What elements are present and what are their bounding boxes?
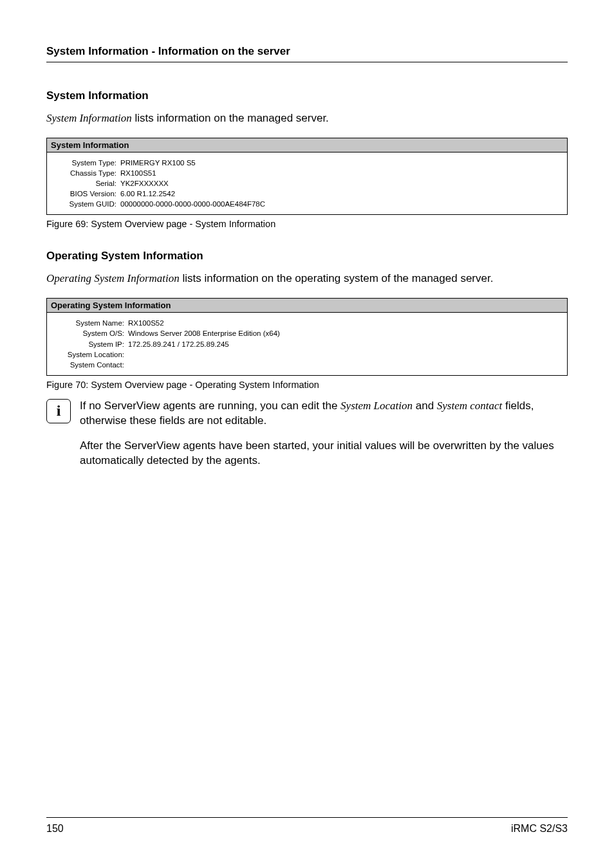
page-footer: 150 iRMC S2/S3 bbox=[46, 817, 568, 835]
section2-heading: Operating System Information bbox=[46, 250, 568, 263]
row-label: System GUID: bbox=[53, 199, 116, 209]
panel-row: System IP:172.25.89.241 / 172.25.89.245 bbox=[53, 339, 561, 349]
section1-heading: System Information bbox=[46, 89, 568, 102]
panel-row: System Contact: bbox=[53, 360, 561, 370]
row-label: System IP: bbox=[53, 339, 124, 349]
info-paragraph-2: After the ServerView agents have been st… bbox=[80, 439, 568, 468]
row-value: RX100S51 bbox=[120, 168, 156, 178]
row-value: RX100S52 bbox=[128, 318, 164, 328]
info-paragraph-1: If no ServerView agents are running, you… bbox=[80, 399, 568, 429]
panel-row: System Name:RX100S52 bbox=[53, 318, 561, 328]
panel-row: Chassis Type:RX100S51 bbox=[53, 168, 561, 178]
section2-intro-rest: lists information on the operating syste… bbox=[180, 272, 494, 284]
info-p1-it1: System Location bbox=[340, 400, 413, 412]
row-value: 172.25.89.241 / 172.25.89.245 bbox=[128, 339, 229, 349]
figure69-caption: Figure 69: System Overview page - System… bbox=[46, 219, 568, 229]
section2-intro: Operating System Information lists infor… bbox=[46, 272, 568, 286]
panel-row: System O/S:Windows Server 2008 Enterpris… bbox=[53, 328, 561, 338]
panel-row: System Type:PRIMERGY RX100 S5 bbox=[53, 158, 561, 168]
row-label: System Type: bbox=[53, 158, 116, 168]
info-note: i If no ServerView agents are running, y… bbox=[46, 399, 568, 479]
page-number: 150 bbox=[46, 823, 64, 835]
system-info-panel-title: System Information bbox=[47, 138, 567, 152]
row-value: Windows Server 2008 Enterprise Edition (… bbox=[128, 328, 280, 338]
panel-row: System GUID:00000000-0000-0000-0000-000A… bbox=[53, 199, 561, 209]
row-label: System Contact: bbox=[53, 360, 124, 370]
row-value: YK2FXXXXXX bbox=[120, 178, 169, 189]
os-info-panel-body: System Name:RX100S52 System O/S:Windows … bbox=[47, 313, 567, 374]
info-text: If no ServerView agents are running, you… bbox=[80, 399, 568, 479]
info-p1-a: If no ServerView agents are running, you… bbox=[80, 400, 340, 412]
row-value: 00000000-0000-0000-0000-000AE484F78C bbox=[120, 199, 265, 209]
row-label: System O/S: bbox=[53, 328, 124, 338]
section1-intro-rest: lists information on the managed server. bbox=[132, 112, 329, 124]
row-label: Serial: bbox=[53, 178, 116, 189]
info-p1-b: and bbox=[413, 400, 437, 412]
os-info-panel: Operating System Information System Name… bbox=[46, 298, 568, 375]
section1-intro: System Information lists information on … bbox=[46, 111, 568, 126]
section1-intro-italic: System Information bbox=[46, 112, 132, 124]
row-label: Chassis Type: bbox=[53, 168, 116, 178]
section2-intro-italic: Operating System Information bbox=[46, 272, 180, 284]
panel-row: Serial:YK2FXXXXXX bbox=[53, 178, 561, 189]
system-info-panel: System Information System Type:PRIMERGY … bbox=[46, 138, 568, 215]
info-icon: i bbox=[46, 399, 71, 423]
row-value: PRIMERGY RX100 S5 bbox=[120, 158, 196, 168]
system-info-panel-body: System Type:PRIMERGY RX100 S5 Chassis Ty… bbox=[47, 152, 567, 214]
row-label: System Location: bbox=[53, 349, 124, 360]
row-label: System Name: bbox=[53, 318, 124, 328]
panel-row: System Location: bbox=[53, 349, 561, 360]
figure70-caption: Figure 70: System Overview page - Operat… bbox=[46, 380, 568, 390]
doc-id: iRMC S2/S3 bbox=[511, 823, 568, 835]
running-header: System Information - Information on the … bbox=[46, 45, 568, 62]
row-label: BIOS Version: bbox=[53, 189, 116, 199]
panel-row: BIOS Version:6.00 R1.12.2542 bbox=[53, 189, 561, 199]
row-value: 6.00 R1.12.2542 bbox=[120, 189, 175, 199]
info-p1-it2: System contact bbox=[437, 400, 503, 412]
os-info-panel-title: Operating System Information bbox=[47, 299, 567, 313]
